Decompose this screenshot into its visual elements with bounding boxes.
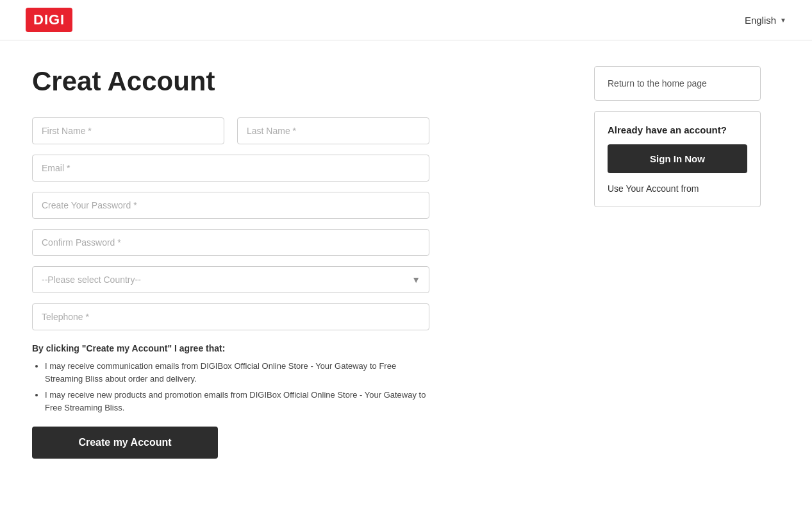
telephone-group bbox=[32, 303, 429, 330]
agreement-section: By clicking "Create my Account" I agree … bbox=[32, 343, 429, 414]
confirm-password-input[interactable] bbox=[32, 229, 429, 256]
country-select-wrapper: --Please select Country-- United States … bbox=[32, 266, 429, 293]
telephone-input[interactable] bbox=[32, 303, 429, 330]
language-label: English bbox=[745, 15, 776, 26]
last-name-input[interactable] bbox=[237, 117, 429, 144]
agreement-title: By clicking "Create my Account" I agree … bbox=[32, 343, 429, 353]
agreement-item-1: I may receive communication emails from … bbox=[45, 360, 429, 385]
confirm-password-group bbox=[32, 229, 429, 256]
already-account-text: Already have an account? bbox=[608, 124, 747, 135]
main-content: Creat Account --Please select Country-- … bbox=[0, 40, 812, 484]
return-home-card: Return to the home page bbox=[594, 66, 761, 101]
logo-container: DIGI bbox=[26, 8, 72, 32]
signin-button[interactable]: Sign In Now bbox=[608, 144, 747, 173]
name-row bbox=[32, 117, 429, 144]
chevron-down-icon: ▼ bbox=[780, 17, 786, 24]
digi-logo: DIGI bbox=[26, 8, 72, 32]
first-name-input[interactable] bbox=[32, 117, 224, 144]
right-column: Return to the home page Already have an … bbox=[594, 66, 761, 459]
create-account-button[interactable]: Create my Account bbox=[32, 427, 218, 459]
create-password-group bbox=[32, 192, 429, 219]
country-select[interactable]: --Please select Country-- United States … bbox=[32, 266, 429, 293]
left-column: Creat Account --Please select Country-- … bbox=[32, 66, 429, 459]
email-input[interactable] bbox=[32, 155, 429, 182]
page-title: Creat Account bbox=[32, 66, 429, 97]
return-home-link[interactable]: Return to the home page bbox=[608, 78, 707, 89]
agreement-item-2: I may receive new products and promotion… bbox=[45, 389, 429, 414]
create-password-input[interactable] bbox=[32, 192, 429, 219]
signin-card: Already have an account? Sign In Now Use… bbox=[594, 111, 761, 207]
header: DIGI English ▼ bbox=[0, 0, 812, 40]
email-group bbox=[32, 155, 429, 182]
use-account-text: Use Your Account from bbox=[608, 183, 747, 194]
language-selector[interactable]: English ▼ bbox=[745, 15, 786, 26]
agreement-list: I may receive communication emails from … bbox=[32, 360, 429, 414]
